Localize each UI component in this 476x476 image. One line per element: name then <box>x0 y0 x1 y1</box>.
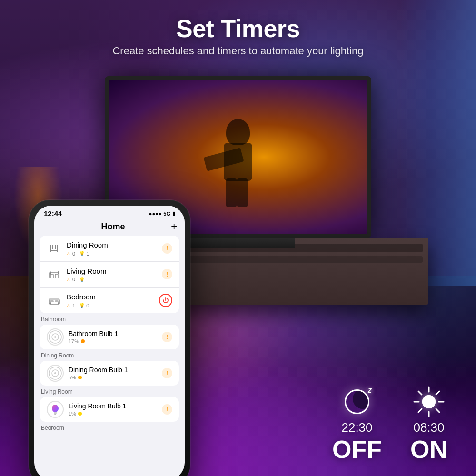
svg-point-24 <box>54 372 56 374</box>
section-living-room: Living Room <box>34 386 185 397</box>
bathroom-bulb1-name: Bathroom Bulb 1 <box>69 330 162 337</box>
timer-on-label: ON <box>410 437 447 462</box>
brightness-dot-amber <box>78 376 82 379</box>
section-bathroom: Bathroom <box>34 313 185 325</box>
header-title: Set Timers <box>0 14 476 43</box>
phone-container: 12:44 ●●●● 5G ▮ Home + <box>29 200 190 476</box>
living-bulbs-off: 💡 1 <box>79 277 89 282</box>
living-room-icon <box>47 267 62 282</box>
svg-rect-27 <box>54 414 56 415</box>
living-bulb1-info: Living Room Bulb 1 1% <box>69 402 162 416</box>
phone-screen: 12:44 ●●●● 5G ▮ Home + <box>34 206 185 476</box>
moon-icon: z <box>340 385 374 418</box>
bulb-icon: 💡 <box>79 251 85 256</box>
bedroom-info: Bedroom ♨ 1 💡 0 <box>67 292 159 308</box>
timer-section: z 22:30 OFF <box>332 385 447 462</box>
status-icons: ●●●● 5G ▮ <box>149 210 175 217</box>
flame-icon: ♨ <box>67 277 71 282</box>
bulb-icon: 💡 <box>79 277 85 282</box>
living-alert[interactable]: ! <box>162 269 172 279</box>
timer-on-time: 08:30 <box>413 420 444 435</box>
add-button[interactable]: + <box>171 221 177 232</box>
svg-line-33 <box>418 391 422 395</box>
bedroom-icon <box>47 293 62 308</box>
bulb-icon: 💡 <box>79 303 85 308</box>
svg-rect-13 <box>55 300 59 302</box>
bathroom-bulb1-alert[interactable]: ! <box>162 332 172 342</box>
dining-room-info: Dining Room ♨ 0 💡 1 <box>67 240 162 257</box>
svg-rect-15 <box>58 302 59 304</box>
network-label: 5G <box>163 211 170 217</box>
timer-off-time: 22:30 <box>341 420 372 435</box>
signal-icon: ●●●● <box>149 211 162 217</box>
battery-icon: ▮ <box>172 210 175 217</box>
bedroom-stats: ♨ 1 💡 0 <box>67 303 159 308</box>
section-dining-room: Dining Room <box>34 349 185 361</box>
dining-alert[interactable]: ! <box>162 243 172 254</box>
svg-line-35 <box>436 391 439 395</box>
dining-bulbs-on: ♨ 0 <box>67 251 75 257</box>
svg-rect-26 <box>54 412 57 414</box>
bathroom-bulb1-info: Bathroom Bulb 1 17% <box>69 330 162 344</box>
dining-bulb-icon <box>47 365 64 382</box>
power-icon <box>162 297 169 304</box>
dining-bulb1-brightness: 5% <box>69 375 162 380</box>
room-item-dining[interactable]: Dining Room ♨ 0 💡 1 <box>40 236 179 262</box>
app-title: Home <box>55 222 171 232</box>
room-item-bedroom[interactable]: Bedroom ♨ 1 💡 0 <box>40 288 179 313</box>
room-item-living[interactable]: Living Room ♨ 0 💡 1 <box>40 262 179 288</box>
flame-icon: ♨ <box>67 303 71 308</box>
bedroom-power-btn[interactable] <box>159 294 172 307</box>
svg-rect-9 <box>58 271 59 274</box>
sun-icon <box>412 385 446 418</box>
living-bulb1-alert[interactable]: ! <box>162 404 172 415</box>
svg-rect-8 <box>50 271 51 274</box>
svg-rect-14 <box>50 302 51 304</box>
svg-rect-16 <box>49 298 60 300</box>
timer-off: z 22:30 OFF <box>332 385 382 462</box>
dining-bulb1-alert[interactable]: ! <box>162 368 172 378</box>
bathroom-bulb1-brightness: 17% <box>69 338 162 344</box>
dining-bulb1-name: Dining Room Bulb 1 <box>69 366 162 374</box>
living-bulbs-on: ♨ 0 <box>67 277 75 282</box>
brightness-dot-orange <box>81 339 85 343</box>
dining-bulbs-off: 💡 1 <box>79 251 89 257</box>
living-bulb1-brightness: 1% <box>69 411 162 416</box>
bedroom-bulbs-off: 💡 0 <box>79 303 89 308</box>
bathroom-devices: Bathroom Bulb 1 17% ! <box>40 325 179 349</box>
svg-line-36 <box>418 409 422 412</box>
status-bar: 12:44 ●●●● 5G ▮ <box>34 206 185 219</box>
svg-point-25 <box>52 405 59 412</box>
living-room-stats: ♨ 0 💡 1 <box>67 277 162 282</box>
living-room-name: Living Room <box>67 267 162 276</box>
dining-room-stats: ♨ 0 💡 1 <box>67 251 162 257</box>
phone-outer: 12:44 ●●●● 5G ▮ Home + <box>29 200 190 476</box>
dining-devices: Dining Room Bulb 1 5% ! <box>40 361 179 386</box>
bathroom-bulb-icon <box>47 328 64 346</box>
timer-on: 08:30 ON <box>410 385 447 462</box>
flame-icon: ♨ <box>67 251 71 256</box>
svg-line-34 <box>436 409 439 412</box>
svg-rect-2 <box>52 245 53 249</box>
svg-point-21 <box>54 336 56 338</box>
dining-bulb1-info: Dining Room Bulb 1 5% <box>69 366 162 380</box>
timer-off-label: OFF <box>332 437 382 462</box>
section-bedroom-bottom: Bedroom <box>34 422 185 433</box>
living-bulb1-name: Living Room Bulb 1 <box>69 402 162 410</box>
svg-rect-6 <box>50 274 53 278</box>
living-bulb-icon <box>47 401 64 418</box>
device-living-bulb1[interactable]: Living Room Bulb 1 1% ! <box>40 397 179 422</box>
svg-rect-4 <box>50 250 58 251</box>
device-bathroom-bulb1[interactable]: Bathroom Bulb 1 17% ! <box>40 325 179 349</box>
rooms-list: Dining Room ♨ 0 💡 1 <box>40 236 179 313</box>
living-devices: Living Room Bulb 1 1% ! <box>40 397 179 422</box>
dining-room-icon <box>47 241 62 256</box>
dining-room-name: Dining Room <box>67 240 162 250</box>
living-room-info: Living Room ♨ 0 💡 1 <box>67 267 162 283</box>
header: Set Timers Create schedules and timers t… <box>0 14 476 57</box>
bedroom-bulbs-on: ♨ 1 <box>67 303 75 308</box>
device-dining-bulb1[interactable]: Dining Room Bulb 1 5% ! <box>40 361 179 386</box>
app-header: Home + <box>34 219 185 236</box>
status-time: 12:44 <box>44 209 62 218</box>
svg-rect-12 <box>50 300 54 302</box>
